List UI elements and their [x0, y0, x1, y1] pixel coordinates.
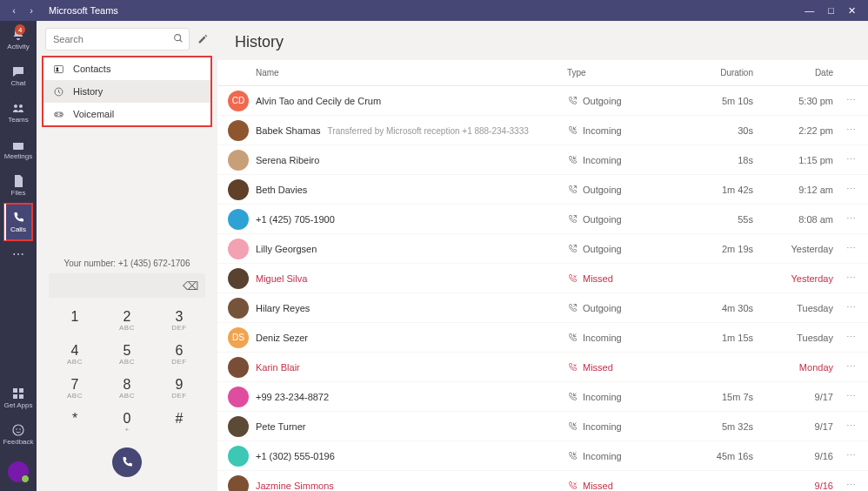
row-more-icon[interactable]: ⋯ — [837, 420, 865, 432]
call-date: 9/17 — [758, 421, 837, 432]
call-row[interactable]: +1 (302) 555-0196Incoming45m 16s9/16⋯ — [217, 441, 868, 471]
rail-item-feedback[interactable]: Feedback — [3, 416, 33, 453]
row-more-icon[interactable]: ⋯ — [837, 184, 865, 195]
dial-key-9[interactable]: 9DEF — [153, 378, 205, 400]
call-row[interactable]: Karin BlairMissedMonday⋯ — [217, 353, 868, 382]
call-type-icon — [567, 392, 578, 402]
call-date: 1:15 pm — [758, 155, 837, 165]
call-duration: 2m 19s — [654, 244, 758, 254]
call-row[interactable]: Miguel SilvaMissedYesterday⋯ — [217, 264, 868, 293]
row-more-icon[interactable]: ⋯ — [837, 450, 865, 461]
table-header: Name Type Duration Date — [217, 60, 868, 86]
dial-key-#[interactable]: # — [153, 412, 205, 434]
rail-item-meetings[interactable]: Meetings — [4, 131, 32, 167]
main-panel: History Name Type Duration Date CDAlvin … — [217, 21, 868, 491]
call-date: 2:22 pm — [758, 125, 837, 136]
call-row[interactable]: Serena RibeiroIncoming18s1:15 pm⋯ — [217, 145, 868, 175]
call-row[interactable]: Lilly GeorgsenOutgoing2m 19sYesterday⋯ — [217, 234, 868, 264]
search-icon[interactable] — [172, 32, 184, 44]
call-row[interactable]: Jazmine SimmonsMissed9/16⋯ — [217, 471, 868, 491]
call-type: Missed — [583, 362, 613, 373]
dial-key-letters: ABC — [101, 358, 153, 366]
rail-item-calls[interactable]: Calls — [4, 204, 32, 240]
call-name: Karin Blair — [256, 362, 300, 373]
dial-key-5[interactable]: 5ABC — [101, 344, 153, 366]
dial-key-digit: * — [49, 412, 101, 426]
dial-key-2[interactable]: 2ABC — [101, 310, 153, 332]
avatar — [228, 150, 249, 171]
dial-key-*[interactable]: * — [49, 412, 101, 434]
rail-label: Teams — [8, 116, 29, 124]
call-name: Beth Davies — [256, 185, 307, 195]
dial-key-1[interactable]: 1 — [49, 310, 101, 332]
avatar — [228, 387, 249, 407]
call-row[interactable]: Babek ShamasTransferred by Microsoft rec… — [217, 116, 868, 145]
dial-key-0[interactable]: 0+ — [101, 412, 153, 434]
rail-item-teams[interactable]: Teams — [4, 94, 32, 131]
rail-item-activity[interactable]: 4Activity — [4, 21, 32, 57]
dial-key-8[interactable]: 8ABC — [101, 378, 153, 400]
row-more-icon[interactable]: ⋯ — [837, 243, 865, 254]
dial-key-letters: DEF — [153, 392, 205, 400]
row-more-icon[interactable]: ⋯ — [837, 213, 865, 225]
rail-item-get-apps[interactable]: Get Apps — [3, 380, 33, 416]
nav-back-icon[interactable]: ‹ — [7, 5, 21, 16]
col-type: Type — [567, 68, 654, 77]
call-type-icon — [567, 155, 578, 165]
call-type-icon — [567, 421, 578, 432]
dial-key-7[interactable]: 7ABC — [49, 378, 101, 400]
call-row[interactable]: +1 (425) 705-1900Outgoing55s8:08 am⋯ — [217, 205, 868, 234]
window-close-icon[interactable]: ✕ — [848, 5, 856, 17]
call-row[interactable]: Pete TurnerIncoming5m 32s9/17⋯ — [217, 412, 868, 441]
row-more-icon[interactable]: ⋯ — [837, 154, 865, 165]
nav-forward-icon[interactable]: › — [24, 5, 38, 16]
dial-input[interactable]: ⌫ — [49, 273, 205, 298]
call-row[interactable]: Hilary ReyesOutgoing4m 30sTuesday⋯ — [217, 293, 868, 323]
call-row[interactable]: +99 23-234-8872Incoming15m 7s9/17⋯ — [217, 382, 868, 412]
dial-key-3[interactable]: 3DEF — [153, 310, 205, 332]
avatar: DS — [228, 327, 249, 348]
row-more-icon[interactable]: ⋯ — [837, 391, 865, 402]
call-row[interactable]: DSDeniz SezerIncoming1m 15sTuesday⋯ — [217, 323, 868, 353]
search-box[interactable] — [45, 28, 190, 50]
contacts-icon — [52, 64, 64, 75]
row-more-icon[interactable]: ⋯ — [837, 95, 865, 106]
rail-more-icon[interactable]: ⋯ — [12, 240, 24, 268]
backspace-icon[interactable]: ⌫ — [183, 279, 198, 293]
sidebar-item-contacts[interactable]: Contacts — [43, 57, 210, 80]
sidebar-item-history[interactable]: History — [43, 80, 210, 103]
call-duration: 5m 10s — [654, 96, 758, 106]
window-minimize-icon[interactable]: — — [805, 5, 814, 17]
search-input[interactable] — [45, 28, 190, 50]
row-more-icon[interactable]: ⋯ — [837, 272, 865, 284]
rail-label: Calls — [10, 225, 26, 233]
compose-icon[interactable] — [197, 33, 209, 45]
call-subtext: Transferred by Microsoft reception +1 88… — [328, 126, 529, 136]
dial-key-4[interactable]: 4ABC — [49, 344, 101, 366]
call-row[interactable]: CDAlvin Tao and Cecily de CrumOutgoing5m… — [217, 86, 868, 116]
rail-item-files[interactable]: Files — [4, 167, 32, 204]
app-rail: 4ActivityChatTeamsMeetingsFilesCalls ⋯ G… — [0, 21, 37, 491]
row-more-icon[interactable]: ⋯ — [837, 302, 865, 313]
row-more-icon[interactable]: ⋯ — [837, 480, 865, 491]
call-type: Outgoing — [583, 303, 622, 313]
sidebar-item-label: History — [73, 86, 103, 97]
call-duration: 1m 42s — [654, 185, 758, 195]
avatar — [228, 120, 249, 141]
dial-call-button[interactable] — [112, 447, 142, 477]
call-row[interactable]: Beth DaviesOutgoing1m 42s9:12 am⋯ — [217, 175, 868, 205]
row-more-icon[interactable]: ⋯ — [837, 332, 865, 343]
dial-key-6[interactable]: 6DEF — [153, 344, 205, 366]
user-avatar[interactable] — [8, 461, 29, 482]
call-type: Missed — [583, 481, 613, 491]
call-history-list: Name Type Duration Date CDAlvin Tao and … — [217, 60, 868, 491]
dial-key-digit: 2 — [101, 310, 153, 324]
call-date: 9/16 — [758, 481, 837, 491]
row-more-icon[interactable]: ⋯ — [837, 124, 865, 136]
sidebar-item-voicemail[interactable]: Voicemail — [43, 103, 210, 125]
calls-icon — [11, 211, 25, 225]
call-date: Tuesday — [758, 303, 837, 313]
window-maximize-icon[interactable]: □ — [828, 5, 834, 17]
row-more-icon[interactable]: ⋯ — [837, 361, 865, 373]
rail-item-chat[interactable]: Chat — [4, 57, 32, 94]
